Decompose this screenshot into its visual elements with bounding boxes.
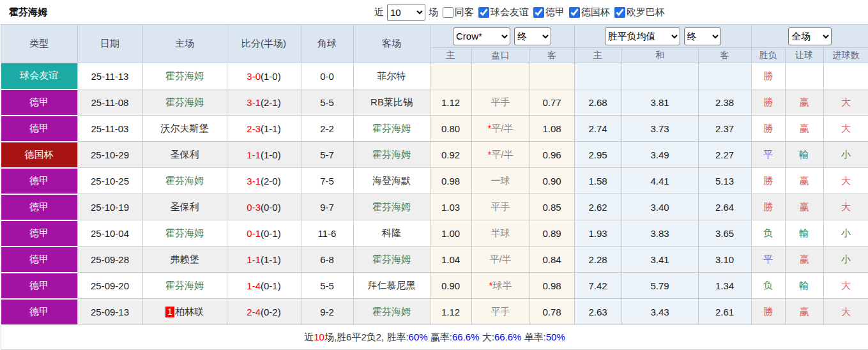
col-header-corner: 角球 <box>301 25 353 63</box>
match-date: 25-11-13 <box>77 63 142 89</box>
fulltime-score: 3-1 <box>247 176 261 186</box>
handicap-line: *平/半 <box>471 116 529 142</box>
filter-checkbox[interactable] <box>533 7 544 18</box>
handicap-result-cell <box>785 63 823 89</box>
match-type-cell: 德甲 <box>1 273 77 299</box>
avg-home-odds: 2.74 <box>574 116 621 142</box>
match-date: 25-10-29 <box>77 142 142 168</box>
handicap-line: *球半 <box>471 273 529 299</box>
filter-checkbox[interactable] <box>614 7 625 18</box>
score-cell: 3-1(2-1) <box>227 89 301 116</box>
handicap-result-cell: 赢 <box>785 89 823 116</box>
match-type-cell: 球会友谊 <box>1 63 77 89</box>
corner-cell: 6-8 <box>301 247 353 273</box>
home-team-name[interactable]: 圣保利 <box>171 201 199 212</box>
home-team-name[interactable]: 霍芬海姆 <box>165 280 204 291</box>
away-team-name[interactable]: 霍芬海姆 <box>372 201 411 212</box>
avg-away-odds: 2.27 <box>698 142 751 168</box>
corner-cell: 11-6 <box>301 220 353 247</box>
home-team-name[interactable]: 弗赖堡 <box>171 254 199 264</box>
result-cell: 勝 <box>751 299 785 325</box>
away-odds: 0.77 <box>529 89 574 116</box>
home-team-name[interactable]: 霍芬海姆 <box>165 227 204 238</box>
score-cell: 2-3(1-1) <box>227 116 301 142</box>
home-team-cell: 霍芬海姆 <box>142 89 227 116</box>
away-team-name[interactable]: 霍芬海姆 <box>372 306 411 317</box>
goals-result-cell: 大 <box>823 299 868 325</box>
away-team-name[interactable]: 霍芬海姆 <box>372 123 411 133</box>
filter-checkbox[interactable] <box>478 7 489 18</box>
corner-cell: 9-7 <box>301 194 353 220</box>
fulltime-score: 0-3 <box>247 202 261 213</box>
fulltime-score: 1-1 <box>247 254 261 265</box>
avg-home-odds <box>574 63 621 89</box>
handicap-line: 半球 <box>471 220 529 247</box>
avg-home-odds: 2.62 <box>574 194 621 220</box>
home-team-name[interactable]: 圣保利 <box>171 149 199 160</box>
odds-time-select[interactable]: 终 <box>514 27 551 45</box>
table-header: 类型 日期 主场 比分(半场) 角球 客场 Crow* 终 胜平负均值 <box>1 25 868 63</box>
handicap-result-cell: 赢 <box>785 168 823 194</box>
summary-part: 10 <box>314 331 324 342</box>
match-date: 25-10-25 <box>77 168 142 194</box>
away-team-name[interactable]: 拜仁慕尼黑 <box>368 280 416 291</box>
away-team-name[interactable]: 霍芬海姆 <box>372 149 411 160</box>
avg-type-select[interactable]: 胜平负均值 <box>605 27 680 45</box>
away-odds: 0.90 <box>529 168 574 194</box>
scope-select[interactable]: 全场 <box>788 27 832 45</box>
home-team-cell: 霍芬海姆 <box>142 220 227 247</box>
match-row: 德甲25-11-08霍芬海姆3-1(2-1)5-5RB莱比锡1.12平手0.77… <box>1 89 868 116</box>
handicap-line: *平/半 <box>471 142 529 168</box>
away-team-name[interactable]: 霍芬海姆 <box>372 254 411 264</box>
fulltime-score: 3-1 <box>247 97 261 108</box>
rank-badge: 1 <box>165 307 174 317</box>
halftime-score: (1-0) <box>261 71 281 82</box>
col-header-away: 客场 <box>353 25 430 63</box>
page-title: 霍芬海姆 <box>9 6 47 19</box>
filter-checkbox[interactable] <box>443 7 453 18</box>
away-odds: 0.98 <box>529 273 574 299</box>
match-row: 德甲25-09-28弗赖堡1-1(1-1)6-8霍芬海姆1.04平/半0.842… <box>1 247 868 273</box>
avg-draw-odds: 3.73 <box>621 116 698 142</box>
away-team-name[interactable]: RB莱比锡 <box>370 96 413 107</box>
home-team-name[interactable]: 霍芬海姆 <box>165 70 204 81</box>
score-cell: 3-0(1-0) <box>227 63 301 89</box>
home-team-name[interactable]: 霍芬海姆 <box>165 96 204 107</box>
filter-checkbox-group: 同客球会友谊德甲德国杯欧罗巴杯 <box>438 6 665 19</box>
handicap-line <box>471 63 529 89</box>
goals-result-cell: 大 <box>823 273 868 299</box>
away-odds: 0.96 <box>529 142 574 168</box>
fulltime-score: 2-3 <box>247 123 261 134</box>
goals-result-cell: 小 <box>823 142 868 168</box>
odds-company-select[interactable]: Crow* <box>453 27 510 45</box>
col-header-type: 类型 <box>1 25 77 63</box>
halftime-score: (0-1) <box>261 280 281 291</box>
filter-checkbox[interactable] <box>569 7 580 18</box>
recent-label: 近 <box>374 6 384 19</box>
avg-home-odds: 1.93 <box>574 220 621 247</box>
score-cell: 0-1(0-1) <box>227 220 301 247</box>
result-cell: 勝 <box>751 89 785 116</box>
subheader-avg-away: 客 <box>698 48 751 63</box>
recent-count-select[interactable]: 10 <box>387 4 425 21</box>
filter-球会友谊: 球会友谊 <box>474 6 529 19</box>
away-team-cell: 霍芬海姆 <box>353 194 430 220</box>
avg-away-odds: 3.65 <box>698 220 751 247</box>
avg-time-select[interactable]: 终 <box>684 27 721 45</box>
handicap-result-cell: 輸 <box>785 142 823 168</box>
match-row: 球会友谊25-11-13霍芬海姆3-0(1-0)0-0菲尔特勝 <box>1 63 868 89</box>
corner-cell: 5-5 <box>301 89 353 116</box>
home-team-cell: 沃尔夫斯堡 <box>142 116 227 142</box>
summary-row: 近10场,胜6平2负2, 胜率:60% 赢率:66.6% 大:66.6% 单率:… <box>1 325 868 350</box>
fulltime-score: 2-4 <box>247 307 261 317</box>
home-team-name[interactable]: 霍芬海姆 <box>165 175 204 186</box>
away-team-name[interactable]: 海登海默 <box>372 175 411 186</box>
avg-draw-odds: 5.79 <box>621 273 698 299</box>
match-type-cell: 德甲 <box>1 168 77 194</box>
away-team-cell: 科隆 <box>353 220 430 247</box>
summary-part: 50% <box>546 331 565 342</box>
away-team-name[interactable]: 科隆 <box>382 227 401 238</box>
home-team-name[interactable]: 沃尔夫斯堡 <box>161 123 209 133</box>
away-team-name[interactable]: 菲尔特 <box>377 70 406 81</box>
home-team-name[interactable]: 柏林联 <box>175 306 204 317</box>
